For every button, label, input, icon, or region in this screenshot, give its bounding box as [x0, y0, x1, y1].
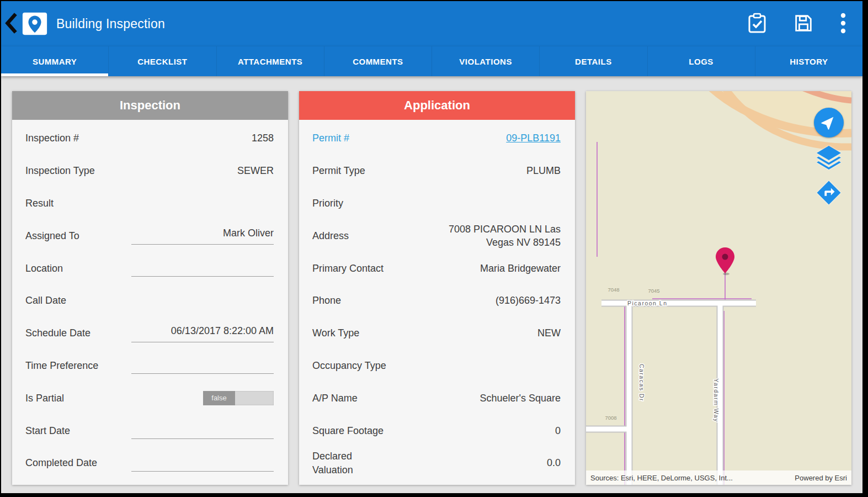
- field-label: Inspection #: [25, 131, 79, 145]
- app-screen: Building Inspection: [1, 1, 862, 493]
- page-title: Building Inspection: [56, 17, 165, 31]
- directions-icon: [816, 180, 842, 207]
- field-value: 1258: [252, 131, 274, 145]
- row-priority: Priority: [299, 187, 575, 220]
- field-label: Time Preference: [25, 359, 98, 372]
- parcel-label: 7008: [605, 415, 616, 421]
- field-label: Occupancy Type: [312, 359, 386, 372]
- row-primary-contact: Primary Contact Maria Bridgewater: [299, 252, 575, 284]
- row-inspection-type: Inspection Type SEWER: [12, 155, 288, 187]
- field-label: Call Date: [25, 294, 66, 307]
- row-start-date: Start Date: [12, 414, 288, 447]
- is-partial-toggle[interactable]: false: [203, 391, 274, 405]
- row-result: Result: [12, 187, 288, 220]
- back-icon: [4, 11, 18, 37]
- field-label: Work Type: [312, 326, 359, 340]
- tab-comments[interactable]: COMMENTS: [324, 46, 432, 76]
- field-value: 0: [555, 424, 561, 437]
- field-label: Location: [25, 262, 63, 275]
- street-label-picaroon: Picaroon Ln: [627, 300, 668, 306]
- tab-logs[interactable]: LOGS: [647, 46, 755, 76]
- time-preference-field[interactable]: [131, 357, 274, 374]
- application-panel: Application Permit # 09-PLB1191 Permit T…: [299, 91, 575, 485]
- field-value: Schueler's Square: [480, 392, 561, 405]
- assigned-to-field[interactable]: Mark Oliver: [131, 226, 274, 245]
- tab-bar: SUMMARY CHECKLIST ATTACHMENTS COMMENTS V…: [1, 46, 862, 76]
- application-panel-header: Application: [299, 91, 575, 120]
- schedule-date-field[interactable]: 06/13/2017 8:22:00 AM: [131, 324, 274, 342]
- field-label: Phone: [312, 294, 341, 307]
- row-square-footage: Square Footage 0: [299, 414, 575, 447]
- row-work-type: Work Type NEW: [299, 317, 575, 350]
- summary-content: Inspection Inspection # 1258 Inspection …: [1, 76, 862, 493]
- locate-button[interactable]: [814, 108, 844, 138]
- field-value: Maria Bridgewater: [480, 262, 561, 275]
- map-app-icon: [21, 10, 49, 38]
- app-bar-left: Building Inspection: [3, 10, 165, 38]
- map-panel[interactable]: 7048 7045 7008 Picaroon Ln Caracas Dr Ya…: [586, 91, 851, 485]
- field-label: Square Footage: [312, 424, 384, 437]
- tab-violations[interactable]: VIOLATIONS: [432, 46, 539, 76]
- inspection-panel-header: Inspection: [12, 91, 288, 120]
- tab-details[interactable]: DETAILS: [539, 46, 647, 76]
- row-call-date: Call Date: [12, 284, 288, 317]
- street-label-yardarm: Yardarm Way: [713, 378, 720, 422]
- completed-date-field[interactable]: [131, 455, 274, 472]
- row-permit-number: Permit # 09-PLB1191: [299, 122, 575, 155]
- row-permit-type: Permit Type PLUMB: [299, 155, 575, 187]
- layers-button[interactable]: [813, 142, 844, 175]
- row-location: Location: [12, 252, 288, 284]
- map-attribution: Sources: Esri, HERE, DeLorme, USGS, Int.…: [586, 470, 851, 485]
- row-declared-valuation: Declared Valuation 0.0: [299, 447, 575, 479]
- application-fields: Permit # 09-PLB1191 Permit Type PLUMB Pr…: [299, 120, 575, 485]
- field-label: Primary Contact: [312, 262, 384, 275]
- row-occupancy-type: Occupancy Type: [299, 350, 575, 382]
- powered-by-esri: Powered by Esri: [795, 474, 847, 482]
- tab-history[interactable]: HISTORY: [755, 46, 862, 76]
- app-bar: Building Inspection: [1, 1, 862, 46]
- field-value: SEWER: [237, 164, 274, 177]
- task-check-button[interactable]: [745, 10, 769, 38]
- field-label: Address: [312, 229, 349, 242]
- parcel-label: 7045: [648, 288, 659, 294]
- overflow-menu-icon: [840, 13, 846, 35]
- save-icon: [793, 13, 814, 35]
- field-value: 0.0: [547, 456, 561, 469]
- row-is-partial: Is Partial false: [12, 382, 288, 415]
- row-phone: Phone (916)669-1473: [299, 284, 575, 317]
- toggle-false-label[interactable]: false: [203, 391, 235, 405]
- locate-icon: [821, 114, 837, 132]
- field-label: Assigned To: [25, 229, 79, 242]
- back-button[interactable]: [3, 11, 19, 37]
- row-schedule-date: Schedule Date 06/13/2017 8:22:00 AM: [12, 317, 288, 350]
- task-check-icon: [748, 12, 766, 36]
- field-label: Inspection Type: [25, 164, 95, 177]
- overflow-menu-button[interactable]: [838, 10, 848, 38]
- street-label-caracas: Caracas Dr: [638, 364, 645, 401]
- permit-number-link[interactable]: 09-PLB1191: [506, 131, 561, 145]
- field-label: A/P Name: [312, 392, 358, 405]
- directions-button[interactable]: [816, 180, 842, 207]
- map-sources-text: Sources: Esri, HERE, DeLorme, USGS, Int.…: [590, 474, 733, 482]
- field-label: Result: [25, 197, 54, 210]
- tab-summary[interactable]: SUMMARY: [1, 46, 108, 76]
- row-address: Address 7008 PICAROON LN Las Vegas NV 89…: [299, 219, 575, 252]
- row-completed-date: Completed Date: [12, 447, 288, 479]
- map-canvas[interactable]: 7048 7045 7008 Picaroon Ln Caracas Dr Ya…: [586, 91, 851, 485]
- row-ap-name: A/P Name Schueler's Square: [299, 382, 575, 415]
- field-label: Schedule Date: [25, 326, 90, 340]
- save-button[interactable]: [791, 10, 816, 38]
- row-time-preference: Time Preference: [12, 350, 288, 382]
- layers-icon: [813, 142, 844, 175]
- inspection-fields: Inspection # 1258 Inspection Type SEWER …: [12, 120, 288, 485]
- location-field[interactable]: [131, 260, 274, 277]
- start-date-field[interactable]: [131, 422, 274, 439]
- parcel-label: 7048: [608, 287, 619, 293]
- field-label: Start Date: [25, 424, 70, 437]
- field-value: PLUMB: [526, 164, 561, 177]
- toggle-track[interactable]: [235, 391, 274, 405]
- tab-checklist[interactable]: CHECKLIST: [108, 46, 216, 76]
- field-value: NEW: [537, 326, 561, 340]
- tab-attachments[interactable]: ATTACHMENTS: [216, 46, 324, 76]
- app-bar-actions: [745, 10, 848, 38]
